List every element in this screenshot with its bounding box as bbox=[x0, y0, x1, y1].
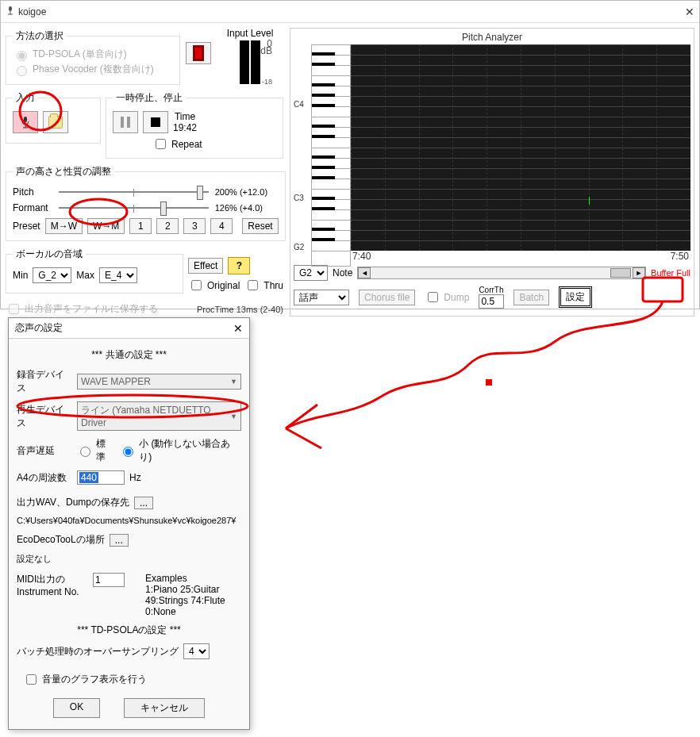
window-close-button[interactable]: ✕ bbox=[685, 6, 694, 18]
pause-button[interactable] bbox=[113, 111, 138, 133]
preset-4-button[interactable]: 4 bbox=[210, 218, 233, 234]
svg-rect-10 bbox=[486, 379, 492, 386]
midi-examples-3: 0:None bbox=[145, 606, 225, 617]
effect-button[interactable]: Effect bbox=[188, 258, 223, 274]
range-max-select[interactable]: E_4 bbox=[99, 267, 137, 283]
oversampling-select[interactable]: 4 bbox=[183, 643, 210, 659]
mic-input-button[interactable] bbox=[13, 111, 38, 133]
settings-section-tdpsola: *** TD-PSOLAの設定 *** bbox=[17, 624, 241, 637]
level-meter-right bbox=[251, 40, 260, 84]
formant-slider[interactable] bbox=[59, 207, 209, 209]
settings-section-common: *** 共通の設定 *** bbox=[17, 348, 241, 362]
range-max-label: Max bbox=[76, 270, 94, 281]
settings-ok-button[interactable]: OK bbox=[53, 698, 100, 718]
original-checkbox[interactable]: Original bbox=[188, 278, 240, 293]
file-input-button[interactable] bbox=[43, 111, 68, 133]
dump-path-value: C:¥Users¥040fa¥Documents¥Shunsuke¥vc¥koi… bbox=[17, 516, 241, 525]
voice-adjust-group: 声の高さと性質の調整 Pitch 200% (+12.0) Formant bbox=[6, 165, 286, 241]
method-legend: 方法の選択 bbox=[13, 29, 67, 43]
octave-label-c4: C4 bbox=[294, 100, 304, 109]
record-indicator-button[interactable] bbox=[186, 42, 211, 64]
rec-device-select[interactable]: WAVE MAPPER▼ bbox=[77, 374, 241, 390]
range-min-select[interactable]: G_2 bbox=[33, 267, 71, 283]
preset-3-button[interactable]: 3 bbox=[183, 218, 206, 234]
app-window: koigoe ✕ 方法の選択 TD-PSOLA (単音向け) Phase Voc… bbox=[0, 0, 700, 309]
stop-icon bbox=[151, 117, 160, 127]
settings-close-button[interactable]: ✕ bbox=[233, 322, 243, 335]
input-level-label: Input Level bbox=[226, 28, 274, 39]
microphone-icon bbox=[19, 116, 32, 129]
proctime-text: ProcTime 13ms (2-40) bbox=[197, 305, 283, 314]
chorus-file-button[interactable]: Chorus file bbox=[359, 290, 415, 305]
scroll-left-button[interactable]: ◄ bbox=[358, 267, 371, 278]
dump-path-browse-button[interactable]: ... bbox=[134, 497, 153, 509]
method-group: 方法の選択 TD-PSOLA (単音向け) Phase Vocoder (複数音… bbox=[6, 29, 180, 85]
mode-select[interactable]: 話声 bbox=[294, 290, 349, 305]
volume-graph-checkbox[interactable]: 音量のグラフ表示を行う bbox=[23, 672, 147, 687]
save-to-file-checkbox[interactable]: 出力音声をファイルに保存する bbox=[6, 301, 158, 317]
ecodeco-browse-button[interactable]: ... bbox=[110, 534, 129, 547]
settings-button[interactable]: 設定 bbox=[559, 286, 592, 308]
midi-instrument-input[interactable] bbox=[93, 573, 125, 587]
settings-dialog: 恋声の設定 ✕ *** 共通の設定 *** 録音デバイス WAVE MAPPER… bbox=[8, 317, 250, 730]
midi-label-1: MIDI出力の bbox=[17, 573, 88, 586]
formant-value: 126% (+4.0) bbox=[215, 203, 279, 213]
svg-rect-3 bbox=[24, 117, 27, 122]
method-phasevocoder-radio[interactable]: Phase Vocoder (複数音向け) bbox=[13, 63, 173, 76]
batch-button[interactable]: Batch bbox=[513, 290, 549, 305]
play-device-label: 再生デバイス bbox=[17, 403, 72, 430]
time-scrollbar[interactable]: ◄ ► bbox=[357, 267, 646, 279]
stop-button[interactable] bbox=[143, 111, 168, 133]
time-axis-left: 7:40 bbox=[352, 251, 371, 262]
app-title: koigoe bbox=[18, 6, 46, 17]
time-axis-right: 7:50 bbox=[671, 251, 689, 262]
scroll-right-button[interactable]: ► bbox=[633, 267, 645, 278]
midi-examples-title: Examples bbox=[145, 573, 225, 584]
time-display: Time 19:42 bbox=[173, 111, 197, 133]
input-legend: 入力 bbox=[13, 91, 38, 105]
a4-freq-label: A4の周波数 bbox=[17, 471, 72, 485]
vocal-range-legend: ボーカルの音域 bbox=[13, 248, 86, 261]
latency-standard-radio[interactable]: 標準 bbox=[76, 437, 114, 464]
voice-adjust-legend: 声の高さと性質の調整 bbox=[13, 165, 114, 178]
a4-freq-input[interactable]: 440 bbox=[77, 470, 125, 485]
ecodeco-value: 設定なし bbox=[17, 553, 241, 565]
midi-examples-2: 49:Strings 74:Flute bbox=[145, 595, 225, 606]
midi-label-2: Instrument No. bbox=[17, 586, 88, 597]
a4-unit: Hz bbox=[129, 472, 141, 483]
octave-label-c3: C3 bbox=[294, 194, 304, 202]
chevron-down-icon: ▼ bbox=[230, 378, 237, 386]
help-button[interactable]: ? bbox=[228, 257, 250, 274]
method-tdpsola-radio[interactable]: TD-PSOLA (単音向け) bbox=[13, 48, 173, 61]
play-device-select[interactable]: ライン (Yamaha NETDUETTO Driver▼ bbox=[77, 401, 241, 431]
midi-examples-1: 1:Piano 25:Guitar bbox=[145, 584, 225, 595]
preset-w-to-m-button[interactable]: W→M bbox=[87, 218, 125, 234]
scroll-thumb[interactable] bbox=[610, 268, 631, 278]
input-group: 入力 bbox=[6, 91, 101, 144]
mic-icon bbox=[6, 6, 15, 17]
preset-2-button[interactable]: 2 bbox=[156, 218, 179, 234]
preset-m-to-w-button[interactable]: M→W bbox=[45, 218, 83, 234]
playback-legend: 一時停止、停止 bbox=[113, 91, 186, 105]
pitch-slider[interactable] bbox=[59, 191, 209, 193]
latency-label: 音声遅延 bbox=[17, 444, 71, 458]
buffer-full-text: Buffer Full bbox=[651, 268, 690, 278]
level-meter-left bbox=[240, 40, 249, 84]
octave-label-g2: G2 bbox=[294, 243, 304, 251]
range-min-label: Min bbox=[13, 270, 28, 281]
settings-cancel-button[interactable]: キャンセル bbox=[124, 698, 205, 718]
thru-checkbox[interactable]: Thru bbox=[244, 278, 283, 293]
pause-icon bbox=[121, 117, 130, 128]
piano-keyboard bbox=[311, 44, 351, 267]
corrth-input[interactable] bbox=[479, 294, 504, 309]
repeat-checkbox[interactable]: Repeat bbox=[152, 136, 202, 152]
preset-reset-button[interactable]: Reset bbox=[242, 218, 278, 234]
preset-1-button[interactable]: 1 bbox=[129, 218, 152, 234]
svg-rect-0 bbox=[9, 6, 12, 11]
chevron-down-icon: ▼ bbox=[230, 413, 237, 420]
dump-path-label: 出力WAV、Dumpの保存先 bbox=[17, 496, 129, 509]
base-note-select[interactable]: G2 bbox=[294, 265, 328, 281]
latency-small-radio[interactable]: 小 (動作しない場合あり) bbox=[119, 437, 241, 464]
ecodeco-label: EcoDecoTooLの場所 bbox=[17, 533, 105, 547]
dump-checkbox[interactable]: Dump bbox=[425, 290, 469, 305]
